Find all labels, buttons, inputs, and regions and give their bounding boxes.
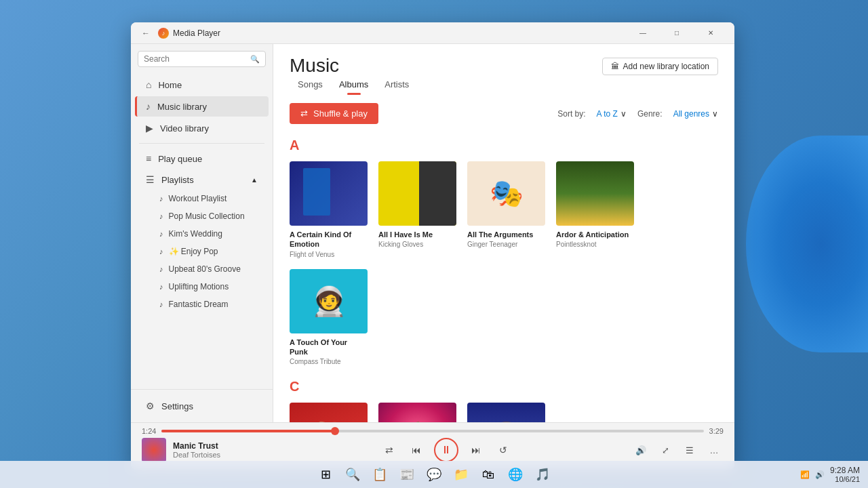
settings-item[interactable]: ⚙ Settings xyxy=(135,396,269,416)
track-artist: Deaf Tortoises xyxy=(173,451,220,459)
taskbar-right: 📶 🔊 9:28 AM 10/6/21 xyxy=(800,466,860,483)
main-area: Music Songs Albums Artists 🏛 Add new lib… xyxy=(273,44,734,422)
playlists-icon: ☰ xyxy=(146,174,155,185)
track-details: Manic Trust Deaf Tortoises xyxy=(173,441,220,459)
search-box[interactable]: 🔍 xyxy=(138,51,266,67)
playlist-item-2[interactable]: ♪ Kim's Wedding xyxy=(135,226,269,242)
music-icon: ♪ xyxy=(146,101,151,112)
playlists-label: Playlists xyxy=(161,175,194,185)
taskbar-explorer-icon[interactable]: 📁 xyxy=(449,462,473,487)
album-card-1[interactable]: All I Have Is Me Kicking Gloves xyxy=(378,161,456,258)
progress-bar[interactable] xyxy=(161,430,703,432)
progress-fill xyxy=(161,430,335,432)
genre-label: Genre: xyxy=(637,109,663,119)
genre-dropdown[interactable]: All genres ∨ xyxy=(673,109,718,119)
section-a: A xyxy=(290,138,718,153)
album-title-1: All I Have Is Me xyxy=(378,230,456,239)
album-art-0 xyxy=(290,161,368,226)
taskbar-volume-icon: 🔊 xyxy=(815,470,825,479)
sidebar-item-play-queue[interactable]: ≡ Play queue xyxy=(135,148,269,169)
previous-button[interactable]: ⏮ xyxy=(407,441,426,460)
album-art-2: 🎭 xyxy=(467,161,545,226)
next-button[interactable]: ⏭ xyxy=(467,441,486,460)
playlist-item-4[interactable]: ♪ Upbeat 80's Groove xyxy=(135,261,269,277)
album-card-3[interactable]: Ardor & Anticipation Pointlessknot xyxy=(556,161,634,258)
shuffle-button[interactable]: ⇄ xyxy=(380,441,399,460)
music-library-label: Music library xyxy=(157,102,207,112)
taskbar-taskview-icon[interactable]: 📋 xyxy=(368,462,392,487)
queue-button[interactable]: ☰ xyxy=(680,441,699,460)
taskbar-store-icon[interactable]: 🛍 xyxy=(476,462,500,487)
volume-button[interactable]: 🔊 xyxy=(631,441,650,460)
album-title-2: All The Arguments xyxy=(467,230,545,239)
right-controls: 🔊 ⤢ ☰ … xyxy=(615,441,724,460)
taskbar-widgets-icon[interactable]: 📰 xyxy=(395,462,419,487)
taskbar-browser-icon[interactable]: 🌐 xyxy=(503,462,528,487)
playlist-item-6[interactable]: ♪ Fantastic Dream xyxy=(135,296,269,312)
maximize-button[interactable]: □ xyxy=(661,22,692,44)
sidebar-item-home[interactable]: ⌂ Home xyxy=(135,75,269,95)
sort-value: A to Z xyxy=(597,109,618,119)
tabs-row: Songs Albums Artists xyxy=(290,77,417,95)
sort-dropdown[interactable]: A to Z ∨ xyxy=(597,109,627,119)
add-library-button[interactable]: 🏛 Add new library location xyxy=(602,58,718,75)
sidebar-item-video-library[interactable]: ▶ Video library xyxy=(135,118,269,138)
playlist-icon-5: ♪ xyxy=(159,283,163,291)
playlist-item-0[interactable]: ♪ Workout Playlist xyxy=(135,190,269,207)
taskbar-start-icon[interactable]: ⊞ xyxy=(313,462,338,487)
play-pause-button[interactable]: ⏸ xyxy=(434,438,458,462)
playlists-header[interactable]: ☰ Playlists ▲ xyxy=(135,170,269,189)
playlist-label-0: Workout Playlist xyxy=(169,194,227,203)
back-button[interactable]: ← xyxy=(139,26,153,40)
page-title: Music xyxy=(290,55,417,77)
album-title-4: A Touch Of Your Punk xyxy=(290,338,368,357)
video-icon: ▶ xyxy=(146,123,153,134)
playlist-item-1[interactable]: ♪ Pop Music Collection xyxy=(135,208,269,224)
queue-icon: ≡ xyxy=(146,153,151,164)
playlist-item-3[interactable]: ♪ ✨ Enjoy Pop xyxy=(135,243,269,260)
more-button[interactable]: … xyxy=(705,441,724,460)
album-artist-1: Kicking Gloves xyxy=(378,241,456,248)
settings-icon: ⚙ xyxy=(146,401,155,411)
sidebar-item-music-library[interactable]: ♪ Music library xyxy=(135,96,269,117)
video-library-label: Video library xyxy=(160,123,209,134)
album-card-4[interactable]: 🧑‍🚀 A Touch Of Your Punk Compass Tribute xyxy=(290,269,368,366)
minimize-button[interactable]: — xyxy=(627,22,658,44)
album-art-1 xyxy=(378,161,456,226)
main-window: ← ♪ Media Player — □ ✕ 🔍 ⌂ Home ♪ Music … xyxy=(131,22,734,470)
taskbar-chat-icon[interactable]: 💬 xyxy=(422,462,446,487)
album-card-7[interactable]: 👩 Crazy Times Saving Gabrielle xyxy=(467,403,545,422)
shuffle-label: Shuffle & play xyxy=(313,108,368,119)
tab-artists[interactable]: Artists xyxy=(376,77,417,95)
playlist-label-3: ✨ Enjoy Pop xyxy=(169,247,218,256)
albums-grid-c: 🩰 Complete Strangers Corbin Revival 🌴 Co… xyxy=(290,403,718,422)
album-title-0: A Certain Kind Of Emotion xyxy=(290,230,368,249)
add-library-label: Add new library location xyxy=(623,62,709,71)
album-card-0[interactable]: A Certain Kind Of Emotion Flight of Venu… xyxy=(290,161,368,258)
tab-songs[interactable]: Songs xyxy=(290,77,331,95)
taskbar-search-icon[interactable]: 🔍 xyxy=(340,462,365,487)
progress-thumb xyxy=(331,427,339,435)
taskbar-date: 10/6/21 xyxy=(830,475,860,483)
shuffle-icon: ⇄ xyxy=(300,108,308,119)
tab-albums[interactable]: Albums xyxy=(331,77,376,95)
playlist-label-4: Upbeat 80's Groove xyxy=(169,264,241,274)
close-button[interactable]: ✕ xyxy=(695,22,726,44)
playlist-icon-2: ♪ xyxy=(159,230,163,238)
album-card-2[interactable]: 🎭 All The Arguments Ginger Teenager xyxy=(467,161,545,258)
repeat-button[interactable]: ↺ xyxy=(494,441,513,460)
playlist-item-5[interactable]: ♪ Uplifting Motions xyxy=(135,279,269,295)
album-card-6[interactable]: 🌴 Compromise Moves Fast Pete Brown xyxy=(378,403,456,422)
search-icon: 🔍 xyxy=(250,55,260,64)
taskbar-media-icon[interactable]: 🎵 xyxy=(530,462,555,487)
album-art-7: 👩 xyxy=(467,403,545,422)
header-right: 🏛 Add new library location xyxy=(602,55,718,75)
header-left: Music Songs Albums Artists xyxy=(290,55,417,95)
app-icon: ♪ xyxy=(158,28,169,39)
search-input[interactable] xyxy=(144,54,250,64)
albums-scroll: A A Certain Kind Of Emotion Flight of Ve… xyxy=(273,132,734,422)
shuffle-play-button[interactable]: ⇄ Shuffle & play xyxy=(290,103,378,124)
album-card-5[interactable]: 🩰 Complete Strangers Corbin Revival xyxy=(290,403,368,422)
play-queue-label: Play queue xyxy=(158,154,202,164)
miniplayer-button[interactable]: ⤢ xyxy=(656,441,675,460)
